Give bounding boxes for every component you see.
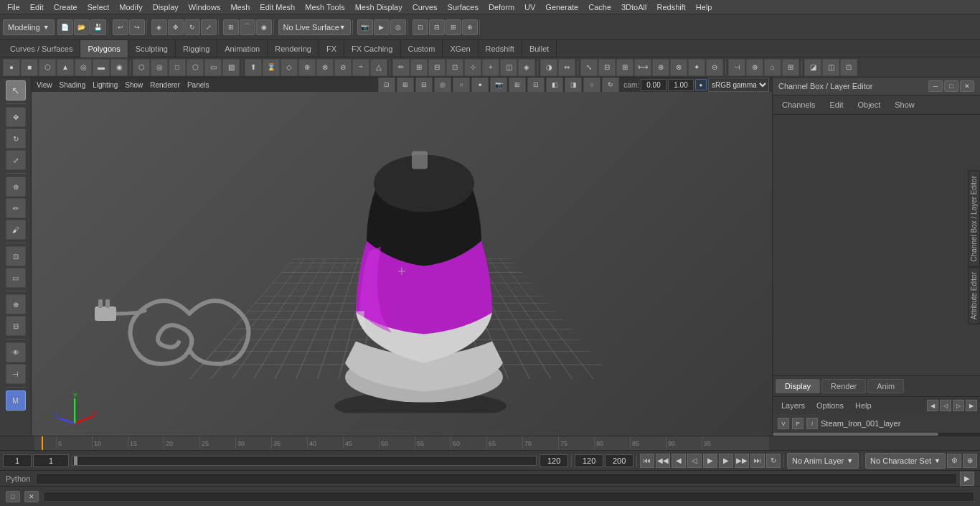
layout-btn2[interactable]: ⊟ <box>429 19 445 35</box>
tab-rigging[interactable]: Rigging <box>176 40 217 57</box>
tab-redshift[interactable]: Redshift <box>479 40 522 57</box>
render-tab[interactable]: Render <box>821 379 866 393</box>
nurbs-plane-btn[interactable]: ▭ <box>204 59 222 76</box>
loop-btn[interactable]: ↻ <box>766 454 781 468</box>
char-set-settings-btn[interactable]: ⚙ <box>947 454 961 468</box>
focal-length-input[interactable] <box>668 79 694 91</box>
vp-icon5[interactable]: ○ <box>453 78 470 93</box>
lighting-menu[interactable]: Lighting <box>90 80 120 90</box>
paint-btn[interactable]: ✏ <box>392 59 410 76</box>
vp-cam-icon[interactable]: 📷 <box>490 78 507 93</box>
channels-tab[interactable]: Channels <box>776 98 821 111</box>
range-end-input[interactable] <box>540 454 568 467</box>
bottom-minimize-btn[interactable]: □ <box>6 491 20 502</box>
separate-btn[interactable]: ⊘ <box>334 59 352 76</box>
menu-mesh-display[interactable]: Mesh Display <box>351 1 407 13</box>
no-char-set-dropdown[interactable]: No Character Set ▼ <box>865 453 946 469</box>
anim-end-input[interactable] <box>575 454 603 467</box>
fill-hole-btn[interactable]: ◫ <box>500 59 517 76</box>
channel-box-maximize[interactable]: □ <box>944 80 958 92</box>
step-fwd-btn[interactable]: ▶ <box>719 454 733 468</box>
layer-next2-icon[interactable]: ▶ <box>966 400 977 411</box>
reduce-btn[interactable]: ⊖ <box>706 59 723 76</box>
play-fwd-btn[interactable]: ▶ <box>703 454 717 468</box>
layout-btn3[interactable]: ⊞ <box>446 19 461 35</box>
vp-aa-icon[interactable]: ⊡ <box>527 78 545 93</box>
channel-box-tab[interactable]: Channel Box / Layer Editor <box>968 171 980 267</box>
tab-sculpting[interactable]: Sculpting <box>128 40 176 57</box>
nurbs-cube-btn[interactable]: □ <box>169 59 186 76</box>
vp-wire-icon[interactable]: ◨ <box>565 78 582 93</box>
menu-mesh-tools[interactable]: Mesh Tools <box>301 1 349 13</box>
help-tab[interactable]: Help <box>849 400 877 411</box>
move-tool-btn[interactable]: ✥ <box>168 19 184 35</box>
menu-modify[interactable]: Modify <box>115 1 146 13</box>
poly-sphere-btn[interactable]: ● <box>3 59 20 76</box>
viewport-3d[interactable]: X Y Z persp <box>32 92 772 436</box>
menu-uv[interactable]: UV <box>520 1 540 13</box>
python-input[interactable] <box>36 473 957 484</box>
smooth-btn[interactable]: ~ <box>352 59 369 76</box>
menu-generate[interactable]: Generate <box>541 1 583 13</box>
poly-cylinder-btn[interactable]: ⬡ <box>39 59 56 76</box>
subdiv-btn[interactable]: ⬡ <box>133 59 150 76</box>
mode-dropdown[interactable]: Modeling ▼ <box>3 19 55 35</box>
collapse-btn[interactable]: ◈ <box>518 59 535 76</box>
next-key-btn[interactable]: ⏭ <box>750 454 765 468</box>
menu-mesh[interactable]: Mesh <box>226 1 254 13</box>
deform-btn[interactable]: ⤡ <box>580 59 598 76</box>
layer-prev2-icon[interactable]: ◁ <box>940 400 951 411</box>
tab-rendering[interactable]: Rendering <box>268 40 319 57</box>
volume-btn[interactable]: ▧ <box>222 59 240 76</box>
bridge-btn[interactable]: ⌛ <box>263 59 280 76</box>
combine-btn[interactable]: ⊗ <box>316 59 334 76</box>
attribute-editor-tab[interactable]: Attribute Editor <box>968 267 980 324</box>
anim-tab[interactable]: Anim <box>867 379 904 393</box>
viewport[interactable]: View Shading Lighting Show Renderer Pane… <box>32 78 772 436</box>
rotate-tool[interactable]: ↻ <box>6 128 26 149</box>
weight-btn[interactable]: ⊕ <box>652 59 669 76</box>
rotate-tool-btn[interactable]: ↻ <box>184 19 200 35</box>
menu-select[interactable]: Select <box>83 1 114 13</box>
menu-display[interactable]: Display <box>149 1 183 13</box>
new-btn[interactable]: 📄 <box>57 19 73 35</box>
timeline-track[interactable]: 5 10 15 20 25 30 35 40 45 50 55 60 65 70… <box>34 436 769 450</box>
lasso-tool[interactable]: ⊡ <box>6 246 26 266</box>
play-back-btn[interactable]: ◁ <box>687 454 702 468</box>
tab-animation[interactable]: Animation <box>217 40 268 57</box>
poly-disk-btn[interactable]: ◉ <box>110 59 128 76</box>
timeline-ruler[interactable]: 5 10 15 20 25 30 35 40 45 50 55 60 65 70… <box>0 436 980 450</box>
snap-grid-btn[interactable]: ⊞ <box>223 19 239 35</box>
layer-prev-icon[interactable]: ◀ <box>927 400 938 411</box>
menu-windows[interactable]: Windows <box>184 1 225 13</box>
vp-xray-icon[interactable]: ○ <box>583 78 600 93</box>
obj-components-btn[interactable]: ◪ <box>804 59 821 76</box>
nurbs-sphere-btn[interactable]: ◎ <box>151 59 168 76</box>
tab-curves-surfaces[interactable]: Curves / Surfaces <box>3 40 80 57</box>
python-run-btn[interactable]: ▶ <box>960 472 974 486</box>
nurbs-cyl-btn[interactable]: ⬠ <box>187 59 204 76</box>
soft-mod-tool[interactable]: ⊕ <box>6 177 26 197</box>
bevel-btn[interactable]: ◇ <box>281 59 298 76</box>
menu-create[interactable]: Create <box>50 1 82 13</box>
select-tool[interactable]: ↖ <box>6 80 26 100</box>
menu-edit-mesh[interactable]: Edit Mesh <box>255 1 299 13</box>
ipr-btn[interactable]: ◎ <box>390 19 406 35</box>
no-anim-layer-dropdown[interactable]: No Anim Layer ▼ <box>787 453 859 469</box>
scale-tool-btn[interactable]: ⤢ <box>201 19 217 35</box>
soft-select-btn[interactable]: ◑ <box>540 59 557 76</box>
menu-help[interactable]: Help <box>692 1 717 13</box>
sculpt-tool[interactable]: ✏ <box>6 198 26 218</box>
display-tab[interactable]: Display <box>776 379 820 393</box>
renderer-menu[interactable]: Renderer <box>148 80 182 90</box>
offset-edgeloop-btn[interactable]: ⊡ <box>446 59 463 76</box>
menu-edit[interactable]: Edit <box>26 1 48 13</box>
frame-start-input[interactable] <box>3 454 32 467</box>
transfer-btn[interactable]: ⟷ <box>634 59 651 76</box>
step-back-btn[interactable]: ◀ <box>672 454 686 468</box>
redo-btn[interactable]: ↪ <box>129 19 145 35</box>
clean-btn[interactable]: ✦ <box>688 59 705 76</box>
menu-file[interactable]: File <box>3 1 24 13</box>
menu-deform[interactable]: Deform <box>484 1 519 13</box>
no-live-surface-dropdown[interactable]: No Live Surface ▼ <box>278 19 351 35</box>
